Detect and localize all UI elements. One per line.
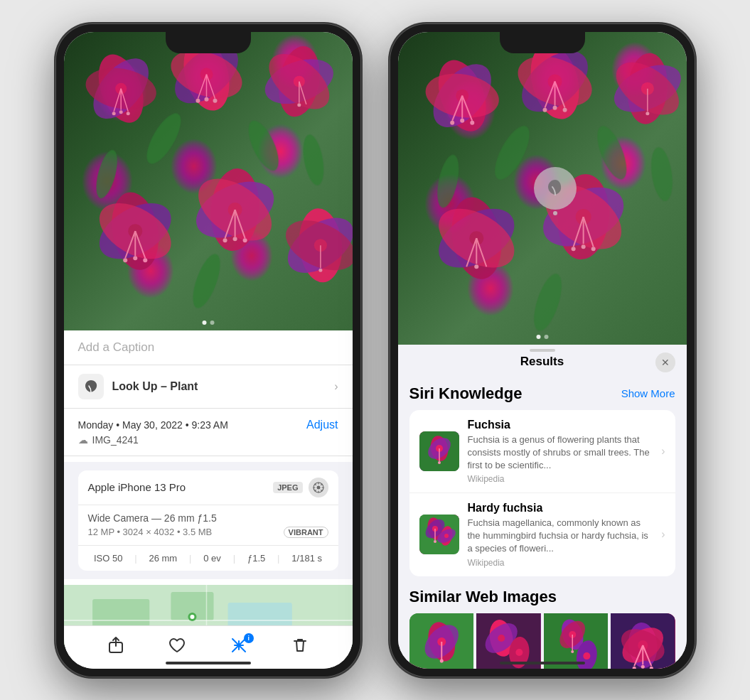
gear-icon <box>313 482 324 493</box>
fuchsia-source: Wikipedia <box>468 474 653 484</box>
siri-knowledge-header: Siri Knowledge Show More <box>409 384 675 403</box>
device-row: Apple iPhone 13 Pro JPEG <box>78 470 338 505</box>
svg-point-115 <box>591 122 632 183</box>
svg-point-89 <box>542 107 547 112</box>
device-name: Apple iPhone 13 Pro <box>88 481 186 493</box>
svg-point-35 <box>143 258 147 262</box>
page-dots-right <box>536 335 548 339</box>
similar-svg-2 <box>476 613 541 669</box>
hardy-thumb-svg <box>419 515 459 554</box>
knowledge-item-hardy[interactable]: Hardy fuchsia Fuchsia magellanica, commo… <box>409 493 675 576</box>
notch-right <box>500 32 585 53</box>
fuchsia-thumb-svg <box>419 431 459 471</box>
ev-value: 0 ev <box>203 553 221 564</box>
knowledge-item-fuchsia[interactable]: Fuchsia Fuchsia is a genus of flowering … <box>409 410 675 494</box>
sep1: | <box>134 553 136 564</box>
trash-icon <box>291 636 309 655</box>
fuchsia-thumbnail <box>419 431 459 471</box>
home-indicator-right <box>500 662 585 664</box>
svg-point-36 <box>123 258 127 262</box>
similar-images <box>409 613 675 669</box>
phone-left: Add a Caption Look Up – Plant › Mon <box>55 23 361 677</box>
similar-title: Similar Web Images <box>409 588 675 606</box>
leaf-icon <box>83 379 99 394</box>
vibrant-badge: VIBRANT <box>284 527 328 538</box>
similar-img-4[interactable] <box>611 613 675 669</box>
svg-point-111 <box>581 244 585 249</box>
results-header: Results ✕ <box>398 345 687 376</box>
jpeg-badge: JPEG <box>273 482 302 493</box>
photo-area-left[interactable] <box>64 32 353 330</box>
knowledge-card: Fuchsia Fuchsia is a genus of flowering … <box>409 410 675 576</box>
drag-handle <box>530 349 555 352</box>
iso-value: ISO 50 <box>94 553 122 564</box>
svg-point-162 <box>641 664 645 668</box>
svg-point-151 <box>571 650 574 653</box>
sep3: | <box>233 553 235 564</box>
svg-point-95 <box>645 112 649 115</box>
svg-point-55 <box>92 147 121 200</box>
svg-point-77 <box>460 118 464 122</box>
lookup-label: Look Up – Plant <box>112 380 198 393</box>
svg-point-88 <box>562 107 567 112</box>
device-section: Apple iPhone 13 Pro JPEG Wide C <box>64 462 353 579</box>
similar-img-2[interactable] <box>476 613 541 669</box>
info-button[interactable]: i <box>230 636 248 655</box>
like-button[interactable] <box>168 636 186 655</box>
sep4: | <box>277 553 279 564</box>
delete-button[interactable] <box>291 636 309 655</box>
svg-point-112 <box>591 247 595 251</box>
svg-point-45 <box>242 238 247 242</box>
exif-row: ISO 50 | 26 mm | 0 ev | ƒ1.5 | 1/181 s <box>78 546 338 571</box>
svg-point-26 <box>297 103 301 107</box>
results-panel: Results ✕ Siri Knowledge Show More <box>398 345 687 669</box>
hardy-name: Hardy fuchsia <box>468 502 653 515</box>
fuchsia-name: Fuchsia <box>468 419 653 431</box>
svg-point-57 <box>187 250 225 311</box>
share-icon <box>107 636 125 655</box>
resolution-text: 12 MP • 3024 × 4032 • 3.5 MB <box>88 527 213 537</box>
similar-svg-1 <box>409 613 474 669</box>
similar-img-1[interactable] <box>409 613 474 669</box>
svg-point-8 <box>126 112 129 115</box>
page-dots-left <box>202 321 214 325</box>
results-close-button[interactable]: ✕ <box>655 352 675 372</box>
similar-img-3[interactable] <box>544 613 609 669</box>
svg-point-44 <box>232 237 237 241</box>
svg-point-9 <box>112 112 115 115</box>
page-dot-right-2 <box>544 335 548 339</box>
svg-point-124 <box>438 461 441 464</box>
page-dot-1 <box>202 321 206 325</box>
adjust-button[interactable]: Adjust <box>306 419 338 431</box>
flower-svg-left <box>64 32 353 330</box>
fuchsia-chevron: › <box>661 445 665 458</box>
svg-point-46 <box>223 238 227 242</box>
share-button[interactable] <box>107 636 125 655</box>
lookup-label-bold: Look Up – <box>112 380 167 392</box>
page-dot-2 <box>210 321 214 325</box>
fuchsia-text: Fuchsia Fuchsia is a genus of flowering … <box>468 419 653 485</box>
device-badges: JPEG <box>273 478 328 497</box>
svg-point-52 <box>318 268 322 271</box>
show-more-button[interactable]: Show More <box>621 387 675 399</box>
hardy-chevron: › <box>661 528 665 541</box>
hardy-source: Wikipedia <box>468 558 653 568</box>
phones-container: Add a Caption Look Up – Plant › Mon <box>41 9 709 691</box>
similar-svg-4 <box>611 613 675 669</box>
results-content[interactable]: Siri Knowledge Show More <box>398 376 687 669</box>
photo-area-right <box>398 32 687 345</box>
svg-point-153 <box>583 652 590 659</box>
sep2: | <box>189 553 191 564</box>
similar-section: Similar Web Images <box>409 588 675 669</box>
svg-point-130 <box>434 540 436 543</box>
hardy-desc: Fuchsia magellanica, commonly known as t… <box>468 517 653 556</box>
caption-area[interactable]: Add a Caption <box>64 330 353 365</box>
lookup-row[interactable]: Look Up – Plant › <box>64 365 353 409</box>
phone-left-screen: Add a Caption Look Up – Plant › Mon <box>64 32 353 669</box>
svg-point-79 <box>450 120 454 124</box>
similar-svg-3 <box>544 613 609 669</box>
fuchsia-desc: Fuchsia is a genus of flowering plants t… <box>468 434 653 473</box>
focal-value: 26 mm <box>149 553 177 564</box>
hardy-text: Hardy fuchsia Fuchsia magellanica, commo… <box>468 502 653 568</box>
info-section: Monday • May 30, 2022 • 9:23 AM Adjust ☁… <box>64 409 353 456</box>
